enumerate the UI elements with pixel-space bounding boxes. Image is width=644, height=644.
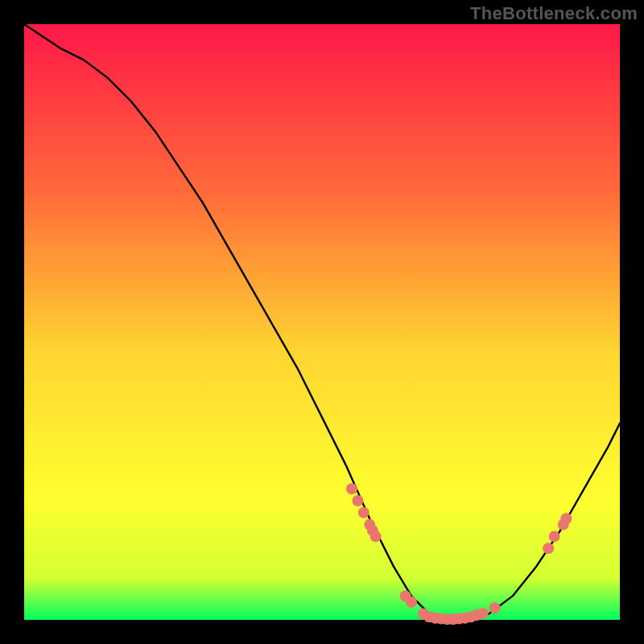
pt-left-6 [370, 530, 382, 542]
watermark-label: TheBottleneck.com [470, 3, 638, 24]
pt-left-1 [346, 483, 357, 494]
pt-low-2 [406, 597, 417, 608]
pt-left-2 [352, 495, 363, 506]
pt-right-1 [543, 543, 554, 554]
chart-gradient-bg [24, 24, 620, 620]
chart-frame: TheBottleneck.com [0, 0, 644, 644]
pt-left-3 [358, 507, 369, 518]
pt-right-4 [560, 513, 572, 524]
pt-min-11 [477, 608, 489, 619]
bottleneck-chart [0, 0, 644, 644]
pt-min-12 [489, 602, 501, 613]
pt-right-2 [549, 530, 560, 542]
